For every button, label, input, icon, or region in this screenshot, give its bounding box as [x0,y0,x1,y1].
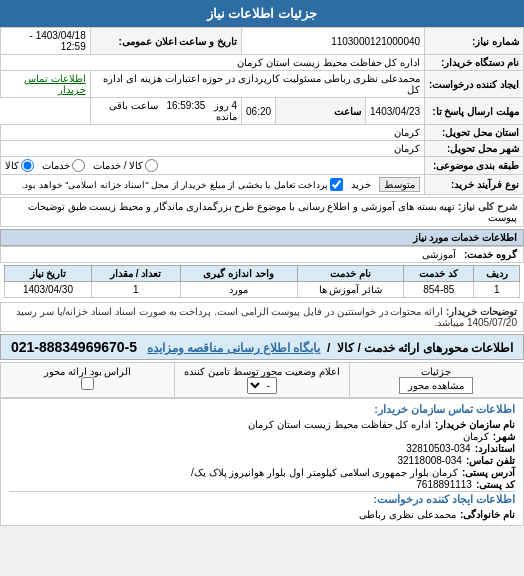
radio-khadamat[interactable]: خدمات [42,159,85,172]
group-label: گروه خدمت: [464,249,517,260]
footer-call: اطلاعات محورهای ارائه خدمت / کالا / یایگ… [0,334,524,360]
footer-phone: 021-88834969670-5 [11,339,137,355]
summary-text: تهیه بسته های آموزشی و اطلاع رسانی با مو… [28,201,517,223]
requester-name-label: نام خانوادگی: [460,509,515,520]
radio-kala[interactable]: کالا [5,159,34,172]
contact-link[interactable]: اطلاعات تماس خریدار [1,71,91,98]
details-label: جزئیات [421,366,451,377]
cell-qty: 1 [91,282,180,298]
note-box: توضیحات خریدار: ارائه محتوات در خواستتین… [0,302,524,332]
phone-value: 32810503-034 [406,443,471,454]
date-time-value: 1403/04/18 - 12:59 [1,28,91,55]
contact-section: اطلاعات تماس سازمان خریدار: نام سازمان خ… [0,398,524,526]
announce-dropdown[interactable]: - [247,377,277,394]
cell-row: 1 [474,282,520,298]
city-contact-value: کرمان [463,431,489,442]
radio-group: کالا / خدمات خدمات کالا [5,159,420,172]
city-contact-label: شهر: [493,431,515,442]
requester-section-title: اطلاعات ایجاد کننده درخواست: [9,493,515,506]
date-time-label: تاریخ و ساعت اعلان عمومی: [90,28,241,55]
group-row: گروه خدمت: آموزشی [0,246,524,263]
services-section-header: اطلاعات خدمات مورد نیاز [0,229,524,246]
page-header: جزئیات اطلاعات نیاز [0,0,524,27]
col-row: ردیف [474,266,520,282]
col-qty: تعداد / مقدار [91,266,180,282]
buy-type-kharid: خرید [351,179,371,190]
send-date-value: 1403/04/23 [366,98,425,125]
col-unit: واحد اندازه گیری [180,266,297,282]
requester-label: ایجاد کننده درخواست: [425,71,524,98]
city-value: کرمان [1,141,425,157]
cell-name: شائر آموزش ها [297,282,404,298]
requester-name-value: محمدعلی نظری رباطی [359,509,456,520]
contact-buyer-row: نام سازمان خریدار: اداره کل حفاظت محیط ز… [9,419,515,430]
announce-label: اعلام وضعیت محور توسط تامین کننده [184,366,340,377]
services-table-section: ردیف کد خدمت نام خدمت واحد اندازه گیری ت… [0,263,524,300]
buy-type-cell: متوسط خرید پرداخت تعامل با بخشی از مبلغ … [1,175,425,195]
summary-box: شرح کلی نیاز: تهیه بسته های آموزشی و اطل… [0,197,524,227]
buyer-label: نام سازمان خریدار: [435,419,515,430]
remaining-value: 4 روز 16:59:35 ساعت باقی مانده [90,98,241,125]
state-label: استان محل تحویل: [425,125,524,141]
cell-date: 1403/04/30 [5,282,92,298]
contact-phone-row: استاندارد: 32810503-034 [9,443,515,454]
state-value: کرمان [1,125,425,141]
send-time-label: ساعت [276,98,366,125]
summary-label: شرح کلی نیاز: [458,201,517,212]
address-value: کرمان بلوار جمهوری اسلامی کیلومتر اول بل… [191,467,458,478]
buyer-value: اداره کل حفاظت محیط زیست استان کرمان [248,419,431,430]
city-label: شهر محل تحویل: [425,141,524,157]
radio-kala-khadamat[interactable]: کالا / خدمات [93,159,158,172]
table-row: 1 854-85 شائر آموزش ها مورد 1 1403/04/30 [5,282,520,298]
contact-title: اطلاعات تماس سازمان خریدار: [9,403,515,416]
send-time-value: 06:20 [242,98,276,125]
contact-fax-row: تلفن تماس: 32118008-034 [9,455,515,466]
contact-city-row: شهر: کرمان [9,431,515,442]
address-label: آدرس پستی: [462,467,515,478]
group-value: آموزشی [422,249,456,260]
services-table: ردیف کد خدمت نام خدمت واحد اندازه گیری ت… [4,265,520,298]
note-label: توضیحات خریدار: [446,306,517,317]
postal-label: کد پستی: [476,479,515,490]
send-date-label: مهلت ارسال پاسخ تا: [425,98,524,125]
buy-type-label: نوع فرآیند خرید: [425,175,524,195]
contact-postal-row: کد پستی: 7618891113 [9,479,515,490]
requester-value: محمدعلی نظری رباطی مسئولیت کارپردازی در … [90,71,424,98]
buy-type-checkbox[interactable]: پرداخت تعامل با بخشی از مبلغ خریدار از م… [22,178,343,191]
contact-address-row: آدرس پستی: کرمان بلوار جمهوری اسلامی کیل… [9,467,515,478]
action-details: جزئیات مشاهده محور [349,363,523,397]
action-provider: الراس بود ارائه محور [1,363,174,397]
fax-value: 32118008-034 [397,455,462,466]
cell-unit: مورد [180,282,297,298]
fax-label: تلفن تماس: [466,455,515,466]
postal-value: 7618891113 [416,479,472,490]
note-text: ارائه محتوات در خواستتین در فایل پیوست ا… [16,306,517,328]
cell-code: 854-85 [404,282,474,298]
phone-label: استاندارد: [475,443,515,454]
provider-label: الراس بود ارائه محور [44,366,131,377]
order-number-label: شماره نیاز: [425,28,524,55]
buy-type-mostatil: متوسط [379,177,420,192]
contact-requester-row: نام خانوادگی: محمدعلی نظری رباطی [9,509,515,520]
view-button[interactable]: مشاهده محور [399,377,473,394]
col-name: نام خدمت [297,266,404,282]
action-row: جزئیات مشاهده محور اعلام وضعیت محور توسط… [0,362,524,398]
col-code: کد خدمت [404,266,474,282]
footer-prefix: اطلاعات محورهای ارائه خدمت / کالا [337,341,513,355]
col-date: تاریخ نیاز [5,266,92,282]
top-info-table: شماره نیاز: 1103000121000040 تاریخ و ساع… [0,27,524,195]
header-title: جزئیات اطلاعات نیاز [207,6,317,21]
goods-type-label: طبقه بندی موضوعی: [425,157,524,175]
org-name-value: اداره کل حفاظت محیط زیست استان کرمان [1,55,425,71]
action-announce: اعلام وضعیت محور توسط تامین کننده - [174,363,348,397]
order-number-value: 1103000121000040 [242,28,425,55]
footer-main: یایگاه اطلاع رسانی مناقصه ومزایده [147,341,320,355]
org-name-label: نام دستگاه خریدار: [425,55,524,71]
page-wrapper: جزئیات اطلاعات نیاز شماره نیاز: 11030001… [0,0,524,526]
goods-type-radios: کالا / خدمات خدمات کالا [1,157,425,175]
provider-checkbox[interactable] [81,377,94,390]
